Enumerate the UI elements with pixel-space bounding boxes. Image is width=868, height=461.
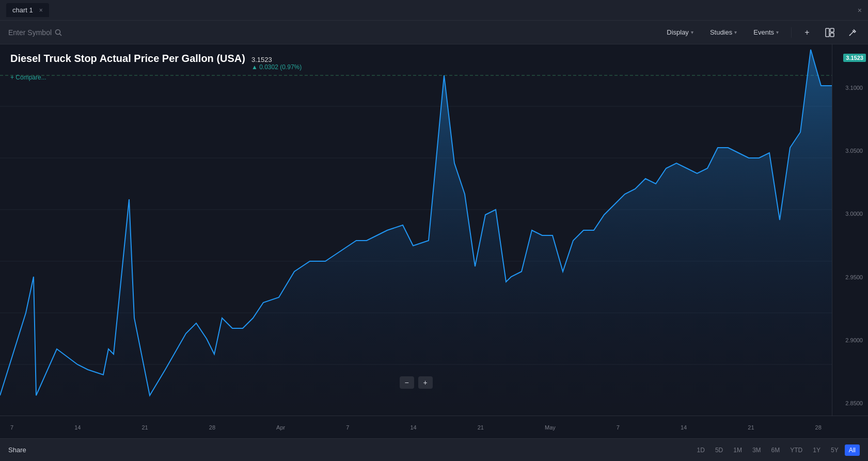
layout-icon: [825, 28, 834, 37]
price-label-3: 3.0000: [834, 211, 866, 217]
price-axis: 3.1523 3.1000 3.0500 3.0000 2.9500 2.900…: [832, 44, 868, 416]
svg-rect-3: [830, 28, 834, 32]
price-label-6: 2.8500: [834, 400, 866, 406]
chart-title: Diesel Truck Stop Actual Price Per Gallo…: [10, 53, 245, 65]
time-label: 7: [346, 424, 349, 431]
share-button[interactable]: Share: [8, 446, 26, 454]
time-label: 21: [478, 424, 484, 431]
studies-button[interactable]: Studies ▾: [706, 26, 741, 38]
time-label: 21: [748, 424, 754, 431]
chart-main[interactable]: Diesel Truck Stop Actual Price Per Gallo…: [0, 44, 832, 416]
time-label: 7: [10, 424, 13, 431]
time-range-btn-3m[interactable]: 3M: [748, 444, 765, 456]
add-chart-button[interactable]: +: [800, 25, 814, 40]
chart-title-area: Diesel Truck Stop Actual Price Per Gallo…: [10, 53, 302, 81]
pencil-icon: [848, 28, 857, 37]
tab-label: chart 1: [12, 6, 33, 14]
svg-line-1: [60, 34, 62, 36]
time-range-btn-all[interactable]: All: [845, 444, 860, 456]
layout-button[interactable]: [823, 25, 837, 40]
current-price-tag: 3.1523: [843, 54, 866, 62]
time-range-btn-1m[interactable]: 1M: [729, 444, 746, 456]
draw-button[interactable]: [845, 25, 860, 40]
time-label: 14: [681, 424, 687, 431]
compare-button[interactable]: + Compare...: [10, 74, 302, 81]
time-label: 28: [815, 424, 822, 431]
events-button[interactable]: Events ▾: [749, 26, 783, 38]
price-label-1: 3.1000: [834, 85, 866, 91]
svg-line-6: [849, 35, 850, 36]
display-button[interactable]: Display ▾: [662, 26, 698, 38]
toolbar: Enter Symbol Display ▾ Studies ▾ Events …: [0, 21, 868, 44]
time-range-btn-ytd[interactable]: YTD: [786, 444, 807, 456]
svg-rect-2: [826, 28, 829, 37]
zoom-in-button[interactable]: +: [418, 376, 433, 389]
chart-price: 3.1523: [251, 56, 302, 63]
toolbar-right: Display ▾ Studies ▾ Events ▾ +: [662, 25, 860, 40]
title-bar: chart 1 × ×: [0, 0, 868, 21]
chart-svg: [0, 44, 832, 416]
chart-container: Diesel Truck Stop Actual Price Per Gallo…: [0, 44, 868, 416]
close-window-icon[interactable]: ×: [858, 6, 862, 14]
chart-tab[interactable]: chart 1 ×: [6, 3, 49, 17]
time-range-btn-1y[interactable]: 1Y: [809, 444, 825, 456]
time-range-btn-6m[interactable]: 6M: [767, 444, 784, 456]
symbol-placeholder: Enter Symbol: [8, 28, 52, 37]
zoom-out-button[interactable]: −: [400, 376, 414, 389]
time-range-buttons: 1D5D1M3M6MYTD1Y5YAll: [693, 444, 860, 456]
bottom-bar: Share 1D5D1M3M6MYTD1Y5YAll: [0, 438, 868, 461]
price-label-4: 2.9500: [834, 274, 866, 280]
time-axis: 7142128Apr71421May7142128: [0, 416, 868, 438]
events-chevron: ▾: [776, 29, 779, 35]
time-label: 14: [74, 424, 81, 431]
time-label: May: [545, 424, 556, 431]
price-label-2: 3.0500: [834, 148, 866, 154]
svg-rect-4: [830, 33, 834, 37]
price-label-5: 2.9000: [834, 337, 866, 343]
time-label: 28: [209, 424, 215, 431]
time-label: Apr: [276, 424, 285, 431]
time-label: 14: [410, 424, 416, 431]
display-chevron: ▾: [691, 29, 693, 35]
time-labels: 7142128Apr71421May7142128: [10, 424, 858, 431]
time-range-btn-5d[interactable]: 5D: [711, 444, 727, 456]
symbol-input-area[interactable]: Enter Symbol: [8, 28, 62, 37]
chart-change: ▲ 0.0302 (0.97%): [251, 63, 302, 71]
time-range-btn-5y[interactable]: 5Y: [827, 444, 843, 456]
time-label: 21: [141, 424, 148, 431]
svg-point-0: [56, 29, 60, 34]
zoom-controls: − +: [400, 376, 433, 389]
studies-chevron: ▾: [734, 29, 737, 35]
time-label: 7: [617, 424, 620, 431]
toolbar-separator-1: [791, 27, 792, 38]
close-tab-icon[interactable]: ×: [39, 7, 43, 14]
time-range-btn-1d[interactable]: 1D: [693, 444, 709, 456]
search-icon: [55, 29, 62, 36]
